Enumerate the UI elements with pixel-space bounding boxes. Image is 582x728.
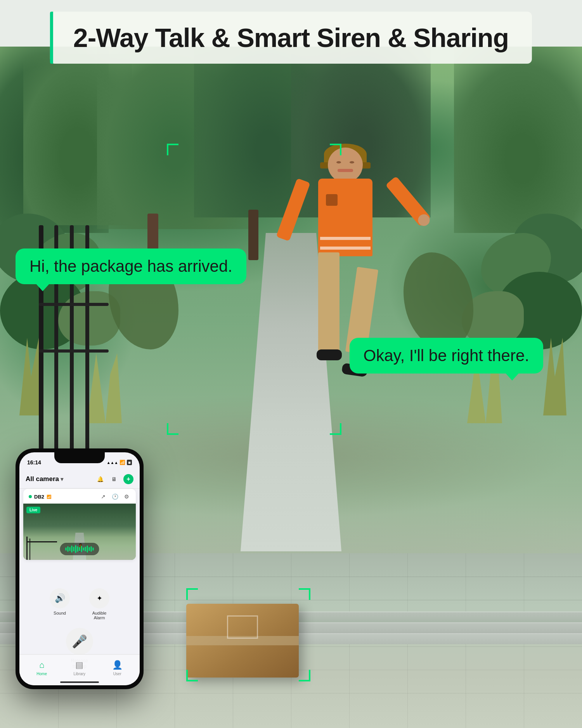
header-accent-bar [50,12,53,64]
library-icon: ▤ [75,660,83,670]
wave-15 [93,547,94,551]
tree-right-2 [454,47,582,233]
alarm-icon-circle: ✦ [89,588,109,608]
wave-6 [75,545,76,553]
rail-h2 [39,303,109,306]
camera-card-header: DB2 📶 ↗ 🕐 ⚙ [23,489,136,504]
wave-5 [73,547,74,551]
thumb-rail-h [26,541,57,542]
package-detection-box [186,588,310,681]
corner-bl-person [167,423,178,435]
corner-br-pkg [299,670,310,681]
camera-card[interactable]: DB2 📶 ↗ 🕐 ⚙ [23,489,136,560]
bell-icon-btn[interactable]: 🔔 [95,474,105,484]
mic-icon: 🎤 [72,634,87,649]
eye-r [350,161,354,163]
alarm-label: Audible Alarm [92,611,107,620]
chat-bubble-2-text: Okay, I'll be right there. [364,346,529,365]
wave-8 [79,547,80,551]
corner-tr-person [330,144,341,155]
screen-icon-btn[interactable]: 🖥 [109,474,119,484]
wave-11 [85,547,86,551]
bottom-nav: ⌂ Home ▤ Library 👤 User [19,654,140,685]
nav-library[interactable]: ▤ Library [74,660,86,676]
sound-icon-circle: 🔊 [50,588,70,608]
sound-control[interactable]: 🔊 Sound [50,588,70,620]
camera-thumbnail[interactable]: 🧍 Live [23,504,136,560]
waveform-overlay [60,543,99,555]
nav-user[interactable]: 👤 User [112,660,123,676]
chat-bubble-outgoing: Okay, I'll be right there. [350,338,543,374]
wave-10 [83,547,84,551]
app-header: All camera ▾ 🔔 🖥 + [19,469,140,489]
alarm-control[interactable]: ✦ Audible Alarm [89,588,109,620]
person-detection-box [167,144,341,435]
wave-14 [91,546,92,552]
camera-name-group: DB2 📶 [29,494,51,500]
add-camera-btn[interactable]: + [123,474,133,484]
camera-name-text: DB2 [34,494,44,500]
header-icons-group: 🔔 🖥 + [95,474,133,484]
share-camera-btn[interactable]: ↗ [99,493,107,500]
camera-action-icons: ↗ 🕐 ⚙ [99,493,130,500]
phone-frame: 16:14 ▲▲▲ 📶 ■ All camera ▾ 🔔 🖥 [16,448,144,689]
wave-1 [66,547,67,551]
plus-icon: + [126,476,130,483]
signal-icon: ▲▲▲ [107,460,118,465]
phone-screen: 16:14 ▲▲▲ 📶 ■ All camera ▾ 🔔 🖥 [19,452,140,685]
live-badge: Live [26,507,40,513]
nav-home[interactable]: ⌂ Home [36,660,47,676]
user-label: User [113,672,121,676]
alarm-icon: ✦ [97,594,102,603]
home-label: Home [36,672,47,676]
wifi-icon: 📶 [120,460,125,465]
wave-13 [89,547,90,551]
phone-notch [54,452,105,463]
rail-h3 [39,349,109,353]
page-title: 2-Way Talk & Smart Siren & Sharing [73,23,509,53]
corner-bl-pkg [186,670,198,681]
status-time: 16:14 [27,459,41,466]
main-container: 2-Way Talk & Smart Siren & Sharing Hi, t… [0,0,582,728]
controls-row-1: 🔊 Sound ✦ Audible Alarm [27,588,132,620]
corner-br-person [330,423,341,435]
header-section: 2-Way Talk & Smart Siren & Sharing [50,12,532,64]
mic-button[interactable]: 🎤 [66,628,93,655]
shrub-r5 [404,252,473,349]
camera-wifi-icon: 📶 [47,495,51,499]
wave-9 [81,546,82,552]
camera-title-text[interactable]: All camera [26,475,59,483]
user-icon: 👤 [112,660,123,670]
dropdown-arrow[interactable]: ▾ [61,476,63,482]
wave-3 [69,547,71,551]
sound-icon: 🔊 [55,593,65,603]
library-label: Library [74,672,86,676]
right-garden [388,214,582,447]
wave-2 [68,546,69,552]
wave-4 [71,546,73,553]
corner-tr-pkg [299,588,310,600]
status-icons: ▲▲▲ 📶 ■ [107,460,132,465]
camera-online-badge [29,495,32,498]
sound-label: Sound [54,611,66,615]
camera-title-group: All camera ▾ [26,475,63,483]
history-btn[interactable]: 🕐 [111,493,119,500]
wave-7 [77,546,78,552]
wave-12 [87,546,88,553]
home-icon: ⌂ [39,660,44,670]
phone-mockup: 16:14 ▲▲▲ 📶 ■ All camera ▾ 🔔 🖥 [16,448,144,689]
thumb-rail-1 [26,537,28,560]
corner-tl-pkg [186,588,198,600]
home-indicator-bar [60,681,99,683]
settings-btn[interactable]: ⚙ [123,493,130,500]
battery-icon: ■ [127,460,132,465]
corner-tl-person [167,144,178,155]
